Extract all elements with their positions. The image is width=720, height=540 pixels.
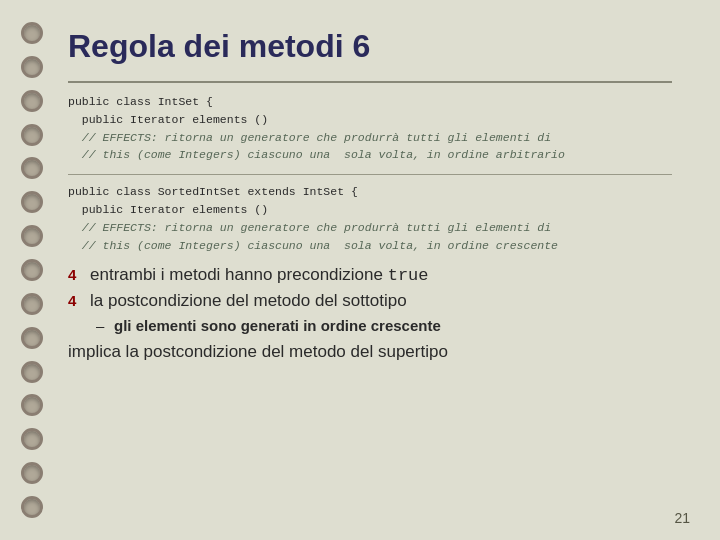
code-line: public Iterator elements () xyxy=(68,111,672,129)
spiral-ring xyxy=(21,124,43,146)
code-block-2: public class SortedIntSet extends IntSet… xyxy=(68,183,672,254)
spiral-ring xyxy=(21,327,43,349)
title-divider xyxy=(68,81,672,83)
code-comment: // this (come Integers) ciascuno una sol… xyxy=(68,146,672,164)
bullet-text-1: entrambi i metodi hanno precondizione tr… xyxy=(90,265,429,285)
slide: Regola dei metodi 6 public class IntSet … xyxy=(0,0,720,540)
slide-title: Regola dei metodi 6 xyxy=(68,28,672,65)
true-code: true xyxy=(388,266,429,285)
bullet-num-1: 4 xyxy=(68,266,90,283)
spiral-ring xyxy=(21,225,43,247)
spiral-ring xyxy=(21,22,43,44)
spiral-ring xyxy=(21,428,43,450)
bullet-row-1: 4 entrambi i metodi hanno precondizione … xyxy=(68,265,672,285)
spiral-ring xyxy=(21,259,43,281)
spiral-ring xyxy=(21,394,43,416)
bullet-section: 4 entrambi i metodi hanno precondizione … xyxy=(68,265,672,362)
spiral-ring xyxy=(21,191,43,213)
code-comment: // this (come Integers) ciascuno una sol… xyxy=(68,237,672,255)
code-line: public class SortedIntSet extends IntSet… xyxy=(68,183,672,201)
bullet-text-2: la postcondizione del metodo del sottoti… xyxy=(90,291,407,311)
page-number: 21 xyxy=(674,510,690,526)
spiral-ring xyxy=(21,462,43,484)
spiral-ring xyxy=(21,361,43,383)
code-comment: // EFFECTS: ritorna un generatore che pr… xyxy=(68,129,672,147)
code-line: public class IntSet { xyxy=(68,93,672,111)
bullet-row-2: 4 la postcondizione del metodo del sotto… xyxy=(68,291,672,311)
sub-bullet-row: – gli elementi sono generati in ordine c… xyxy=(96,317,672,334)
code-comment: // EFFECTS: ritorna un generatore che pr… xyxy=(68,219,672,237)
code-line: public Iterator elements () xyxy=(68,201,672,219)
spiral-ring xyxy=(21,56,43,78)
bullet-num-2: 4 xyxy=(68,292,90,309)
spiral-ring xyxy=(21,90,43,112)
code-block-1: public class IntSet { public Iterator el… xyxy=(68,93,672,164)
spiral-ring xyxy=(21,496,43,518)
sub-bullet-text: gli elementi sono generati in ordine cre… xyxy=(114,317,441,334)
final-text: implica la postcondizione del metodo del… xyxy=(68,342,672,362)
spiral-ring xyxy=(21,157,43,179)
spiral-binding xyxy=(18,0,46,540)
code-divider xyxy=(68,174,672,175)
sub-dash: – xyxy=(96,317,114,334)
spiral-ring xyxy=(21,293,43,315)
